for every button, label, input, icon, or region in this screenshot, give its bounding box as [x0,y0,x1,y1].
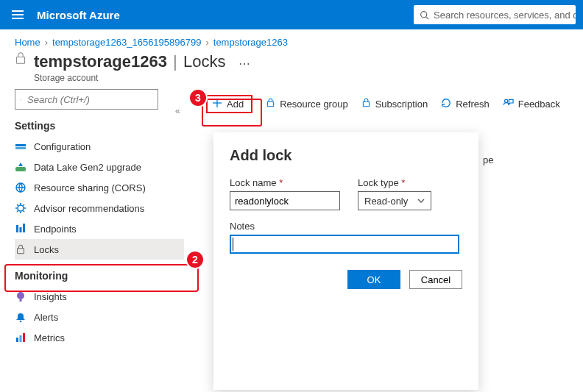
sidebar-item-endpoints[interactable]: Endpoints [15,218,184,239]
breadcrumb-home[interactable]: Home [15,37,40,48]
page-title: tempstorage1263 | Locks [34,52,225,71]
svg-point-3 [20,99,21,99]
sidebar-item-cors[interactable]: Resource sharing (CORS) [15,177,184,198]
chevron-down-icon [417,197,425,204]
lock-icon [361,98,371,110]
resource-group-button[interactable]: Resource group [266,98,348,110]
svg-point-16 [20,321,22,323]
scope-column-fragment: pe [483,154,493,165]
svg-point-24 [504,99,507,102]
breadcrumb-item-2[interactable]: tempstorage1263 [213,37,288,48]
sidebar-search-input[interactable] [26,93,153,106]
advisor-icon [15,202,26,214]
global-search[interactable]: Search resources, services, and docs [414,5,576,24]
step-badge-2: 2 [186,250,205,269]
breadcrumb-item-1[interactable]: tempstorage1263_1656195896799 [52,37,201,48]
add-lock-panel: Add lock Lock name * Lock type * Read-on… [213,132,478,390]
breadcrumb: Home › tempstorage1263_1656195896799 › t… [0,29,583,52]
sidebar-item-advisor[interactable]: Advisor recommendations [15,198,184,218]
svg-rect-5 [15,144,26,146]
alerts-icon [15,311,26,323]
panel-title: Add lock [230,147,462,164]
notes-input[interactable] [230,235,459,254]
group-monitoring: Monitoring [15,270,184,282]
hamburger-menu[interactable] [7,6,28,24]
svg-rect-18 [20,335,22,342]
svg-rect-6 [15,147,26,149]
collapse-sidebar-button[interactable]: « [175,106,180,116]
lock-icon [15,52,26,64]
lock-type-label: Lock type * [358,177,431,188]
sidebar-item-alerts[interactable]: Alerts [15,307,184,327]
lock-icon [15,243,26,255]
endpoints-icon [15,223,26,235]
svg-line-4 [21,99,21,100]
configuration-icon [15,140,26,152]
plus-icon [212,98,222,110]
cors-icon [15,182,26,193]
svg-rect-12 [23,224,25,232]
search-icon [20,95,21,104]
search-icon [420,10,429,20]
svg-rect-2 [16,57,24,63]
sidebar-item-metrics[interactable]: Metrics [15,327,184,348]
lock-icon [266,98,275,110]
lock-type-select[interactable]: Read-only [358,191,431,210]
global-search-placeholder: Search resources, services, and docs [434,10,576,21]
refresh-icon [441,98,451,110]
lock-name-label: Lock name * [230,177,340,188]
svg-rect-22 [268,101,274,107]
refresh-button[interactable]: Refresh [441,98,490,110]
svg-rect-23 [363,101,369,107]
sidebar-item-locks[interactable]: Locks [15,239,184,260]
svg-line-1 [426,16,428,18]
add-lock-button[interactable]: Add [206,95,252,113]
step-badge-3: 3 [188,88,208,107]
svg-rect-11 [20,227,22,232]
datalake-icon [15,161,26,173]
metrics-icon [15,332,26,343]
svg-rect-15 [20,299,22,302]
lock-name-input[interactable] [230,191,340,210]
insights-icon [15,291,26,302]
feedback-icon [503,98,514,110]
cancel-button[interactable]: Cancel [409,270,462,289]
svg-rect-13 [18,249,24,254]
sidebar-item-configuration[interactable]: Configuration [15,136,184,157]
more-actions[interactable]: ⋯ [239,57,250,71]
svg-rect-7 [15,167,26,171]
svg-rect-10 [16,225,18,232]
svg-rect-17 [16,338,18,342]
sidebar-search[interactable] [15,89,158,110]
notes-label: Notes [230,221,462,232]
brand-label: Microsoft Azure [37,9,120,21]
ok-button[interactable]: OK [347,270,400,289]
svg-rect-19 [23,333,25,342]
feedback-button[interactable]: Feedback [503,98,560,110]
subscription-button[interactable]: Subscription [361,98,428,110]
svg-point-0 [421,11,427,17]
group-settings: Settings [15,120,184,132]
svg-point-9 [18,205,24,211]
sidebar-item-datalake-upgrade[interactable]: Data Lake Gen2 upgrade [15,157,184,177]
sidebar-item-insights[interactable]: Insights [15,286,184,307]
page-subtitle: Storage account [34,73,225,83]
svg-point-14 [17,292,24,299]
